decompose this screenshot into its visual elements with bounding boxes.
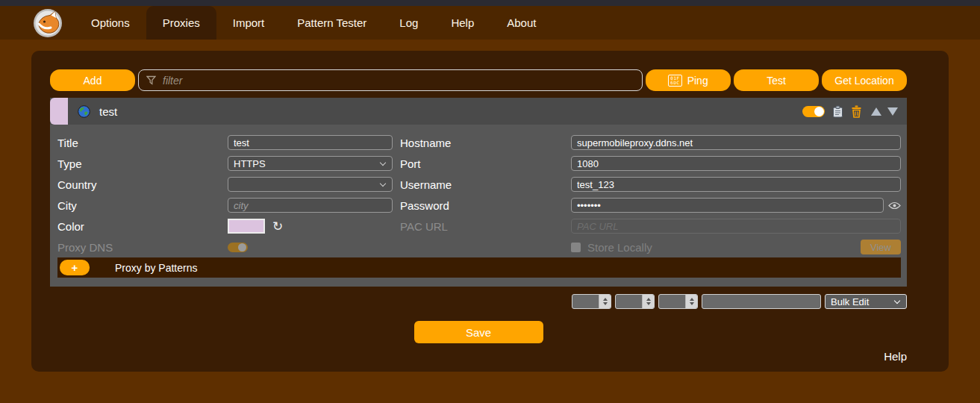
username-input[interactable] — [571, 177, 901, 192]
test-button[interactable]: Test — [734, 69, 819, 91]
title-input[interactable] — [228, 135, 393, 150]
duplicate-proxy-icon[interactable] — [832, 105, 843, 118]
password-label: Password — [400, 199, 571, 212]
username-cell — [571, 177, 901, 192]
move-down-icon[interactable] — [887, 107, 898, 116]
store-locally-label: Store Locally — [587, 241, 652, 254]
bulk-edit-value: Bulk Edit — [831, 296, 869, 307]
type-cell: HTTPS — [228, 156, 400, 171]
proxy-form: Title Hostname Type HTTPS Port Country U — [50, 125, 907, 287]
chevron-down-icon — [894, 298, 900, 304]
bulk-text-input[interactable] — [702, 294, 821, 309]
country-cell — [228, 177, 400, 192]
proxy-by-patterns-bar: + Proxy by Patterns — [57, 257, 901, 278]
password-cell — [571, 198, 901, 213]
port-cell — [571, 156, 901, 171]
tab-pattern-tester[interactable]: Pattern Tester — [281, 6, 383, 40]
city-input[interactable] — [228, 198, 393, 213]
proxy-title: test — [99, 105, 117, 118]
color-swatch[interactable] — [228, 219, 265, 234]
country-label: Country — [57, 178, 228, 191]
number-stepper-3[interactable] — [658, 294, 698, 309]
stepper-buttons-icon[interactable] — [599, 295, 611, 308]
proxy-by-patterns-label: Proxy by Patterns — [115, 262, 198, 274]
port-label: Port — [400, 157, 571, 170]
proxies-panel: Add 01F 6DC Ping Test Get Location t — [31, 51, 949, 372]
tab-log[interactable]: Log — [383, 6, 434, 40]
pac-url-cell — [571, 219, 901, 234]
title-label: Title — [57, 137, 228, 149]
city-cell — [228, 198, 400, 213]
hostname-input[interactable] — [571, 135, 901, 150]
proxy-enabled-toggle[interactable] — [802, 106, 825, 117]
foxyproxy-logo-icon — [33, 8, 63, 38]
color-cell: ↻ — [228, 219, 400, 234]
tab-about[interactable]: About — [490, 6, 552, 40]
ping-button[interactable]: 01F 6DC Ping — [646, 69, 731, 91]
bulk-edit-select[interactable]: Bulk Edit — [825, 294, 907, 309]
reset-color-icon[interactable]: ↻ — [272, 220, 283, 233]
hostname-label: Hostname — [400, 137, 571, 149]
proxy-color-tab — [50, 98, 68, 125]
proxy-form-grid: Title Hostname Type HTTPS Port Country U — [57, 132, 901, 257]
tab-proxies[interactable]: Proxies — [146, 6, 216, 40]
country-select[interactable] — [228, 177, 393, 192]
add-pattern-button[interactable]: + — [60, 260, 90, 275]
pac-url-label: PAC URL — [400, 220, 571, 233]
filter-input[interactable] — [138, 69, 643, 91]
proxy-dns-label: Proxy DNS — [57, 241, 228, 254]
city-label: City — [57, 199, 228, 212]
chevron-down-icon — [380, 160, 386, 166]
proxy-card-header: test — [50, 98, 907, 125]
type-label: Type — [57, 157, 228, 170]
save-button[interactable]: Save — [414, 321, 543, 343]
tab-import[interactable]: Import — [216, 6, 281, 40]
missing-glyph-icon: 01F 6DC — [668, 75, 681, 87]
bulk-controls-row: Bulk Edit — [50, 294, 907, 309]
number-stepper-1[interactable] — [572, 294, 611, 309]
tab-help[interactable]: Help — [434, 6, 490, 40]
filter-field-wrap — [138, 69, 643, 91]
show-password-eye-icon[interactable] — [888, 202, 901, 210]
main-nav: Options Proxies Import Pattern Tester Lo… — [0, 6, 980, 40]
store-locally-checkbox — [571, 243, 581, 252]
proxy-dns-cell — [228, 243, 400, 252]
ping-button-label: Ping — [687, 75, 708, 87]
hostname-cell — [571, 135, 901, 150]
chevron-down-icon — [380, 181, 386, 187]
tab-options[interactable]: Options — [75, 6, 146, 40]
pac-url-input — [571, 219, 901, 234]
type-select-value: HTTPS — [234, 158, 266, 169]
get-location-button[interactable]: Get Location — [822, 69, 907, 91]
filter-funnel-icon — [146, 75, 156, 85]
proxy-dns-toggle — [228, 243, 248, 252]
stepper-buttons-icon[interactable] — [642, 295, 654, 308]
username-label: Username — [400, 178, 571, 191]
add-proxy-button[interactable]: Add — [50, 69, 135, 91]
stepper-buttons-icon[interactable] — [685, 295, 697, 308]
move-up-icon[interactable] — [871, 107, 881, 116]
password-input[interactable] — [571, 198, 884, 213]
help-link[interactable]: Help — [50, 350, 907, 363]
title-cell — [228, 135, 400, 150]
proxies-toolbar: Add 01F 6DC Ping Test Get Location — [50, 69, 907, 91]
globe-icon — [78, 105, 90, 118]
browser-top-strip — [0, 0, 980, 6]
color-label: Color — [57, 220, 228, 233]
delete-proxy-icon[interactable] — [851, 105, 862, 118]
number-stepper-2[interactable] — [615, 294, 655, 309]
port-input[interactable] — [571, 156, 901, 171]
type-select[interactable]: HTTPS — [228, 156, 393, 171]
view-pac-button: View — [861, 240, 901, 254]
store-locally-row: Store Locally View — [571, 240, 901, 254]
nav-tabs: Options Proxies Import Pattern Tester Lo… — [75, 6, 552, 40]
